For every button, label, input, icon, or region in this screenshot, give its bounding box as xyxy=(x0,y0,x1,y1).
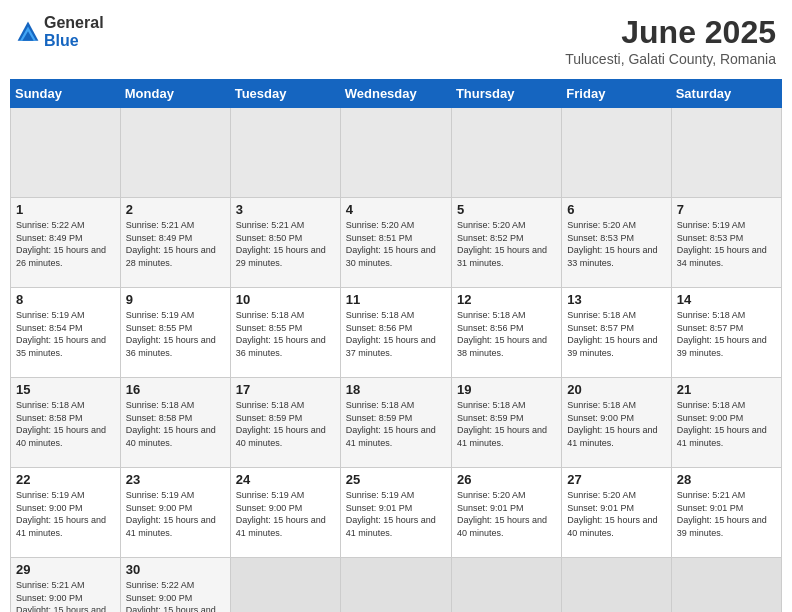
day-info: Sunrise: 5:18 AMSunset: 8:57 PMDaylight:… xyxy=(567,309,665,359)
day-number: 4 xyxy=(346,202,446,217)
week-row-5: 29Sunrise: 5:21 AMSunset: 9:00 PMDayligh… xyxy=(11,558,782,613)
weekday-header-sunday: Sunday xyxy=(11,80,121,108)
title-section: June 2025 Tulucesti, Galati County, Roma… xyxy=(565,14,776,67)
calendar-cell: 17Sunrise: 5:18 AMSunset: 8:59 PMDayligh… xyxy=(230,378,340,468)
day-info: Sunrise: 5:18 AMSunset: 8:59 PMDaylight:… xyxy=(457,399,556,449)
day-info: Sunrise: 5:21 AMSunset: 8:49 PMDaylight:… xyxy=(126,219,225,269)
day-number: 8 xyxy=(16,292,115,307)
day-info: Sunrise: 5:21 AMSunset: 8:50 PMDaylight:… xyxy=(236,219,335,269)
calendar-table: SundayMondayTuesdayWednesdayThursdayFrid… xyxy=(10,79,782,612)
calendar-cell: 1Sunrise: 5:22 AMSunset: 8:49 PMDaylight… xyxy=(11,198,121,288)
calendar-cell: 25Sunrise: 5:19 AMSunset: 9:01 PMDayligh… xyxy=(340,468,451,558)
day-info: Sunrise: 5:18 AMSunset: 8:56 PMDaylight:… xyxy=(346,309,446,359)
page-container: General Blue June 2025 Tulucesti, Galati… xyxy=(10,10,782,612)
calendar-cell: 21Sunrise: 5:18 AMSunset: 9:00 PMDayligh… xyxy=(671,378,781,468)
day-info: Sunrise: 5:18 AMSunset: 9:00 PMDaylight:… xyxy=(677,399,776,449)
day-number: 29 xyxy=(16,562,115,577)
day-number: 2 xyxy=(126,202,225,217)
day-number: 28 xyxy=(677,472,776,487)
calendar-cell xyxy=(11,108,121,198)
day-number: 1 xyxy=(16,202,115,217)
calendar-cell: 28Sunrise: 5:21 AMSunset: 9:01 PMDayligh… xyxy=(671,468,781,558)
calendar-cell: 16Sunrise: 5:18 AMSunset: 8:58 PMDayligh… xyxy=(120,378,230,468)
calendar-cell: 5Sunrise: 5:20 AMSunset: 8:52 PMDaylight… xyxy=(451,198,561,288)
calendar-cell: 14Sunrise: 5:18 AMSunset: 8:57 PMDayligh… xyxy=(671,288,781,378)
calendar-cell: 20Sunrise: 5:18 AMSunset: 9:00 PMDayligh… xyxy=(562,378,671,468)
calendar-cell xyxy=(340,108,451,198)
day-number: 26 xyxy=(457,472,556,487)
day-info: Sunrise: 5:18 AMSunset: 8:59 PMDaylight:… xyxy=(346,399,446,449)
day-info: Sunrise: 5:20 AMSunset: 8:52 PMDaylight:… xyxy=(457,219,556,269)
calendar-cell: 18Sunrise: 5:18 AMSunset: 8:59 PMDayligh… xyxy=(340,378,451,468)
day-info: Sunrise: 5:22 AMSunset: 9:00 PMDaylight:… xyxy=(126,579,225,612)
calendar-cell xyxy=(340,558,451,613)
week-row-3: 15Sunrise: 5:18 AMSunset: 8:58 PMDayligh… xyxy=(11,378,782,468)
day-info: Sunrise: 5:19 AMSunset: 9:00 PMDaylight:… xyxy=(16,489,115,539)
day-info: Sunrise: 5:18 AMSunset: 8:56 PMDaylight:… xyxy=(457,309,556,359)
day-info: Sunrise: 5:19 AMSunset: 8:53 PMDaylight:… xyxy=(677,219,776,269)
day-number: 9 xyxy=(126,292,225,307)
day-number: 15 xyxy=(16,382,115,397)
day-number: 18 xyxy=(346,382,446,397)
day-info: Sunrise: 5:20 AMSunset: 8:51 PMDaylight:… xyxy=(346,219,446,269)
day-number: 17 xyxy=(236,382,335,397)
day-number: 13 xyxy=(567,292,665,307)
day-number: 3 xyxy=(236,202,335,217)
day-number: 22 xyxy=(16,472,115,487)
day-info: Sunrise: 5:18 AMSunset: 8:57 PMDaylight:… xyxy=(677,309,776,359)
calendar-cell xyxy=(451,558,561,613)
day-info: Sunrise: 5:19 AMSunset: 8:55 PMDaylight:… xyxy=(126,309,225,359)
week-row-1: 1Sunrise: 5:22 AMSunset: 8:49 PMDaylight… xyxy=(11,198,782,288)
day-number: 25 xyxy=(346,472,446,487)
day-number: 14 xyxy=(677,292,776,307)
day-number: 23 xyxy=(126,472,225,487)
weekday-header-wednesday: Wednesday xyxy=(340,80,451,108)
calendar-cell: 11Sunrise: 5:18 AMSunset: 8:56 PMDayligh… xyxy=(340,288,451,378)
calendar-cell: 10Sunrise: 5:18 AMSunset: 8:55 PMDayligh… xyxy=(230,288,340,378)
day-number: 16 xyxy=(126,382,225,397)
weekday-header-tuesday: Tuesday xyxy=(230,80,340,108)
day-info: Sunrise: 5:18 AMSunset: 9:00 PMDaylight:… xyxy=(567,399,665,449)
day-number: 30 xyxy=(126,562,225,577)
weekday-header-row: SundayMondayTuesdayWednesdayThursdayFrid… xyxy=(11,80,782,108)
weekday-header-thursday: Thursday xyxy=(451,80,561,108)
day-number: 27 xyxy=(567,472,665,487)
calendar-cell: 7Sunrise: 5:19 AMSunset: 8:53 PMDaylight… xyxy=(671,198,781,288)
calendar-cell xyxy=(230,108,340,198)
calendar-cell: 29Sunrise: 5:21 AMSunset: 9:00 PMDayligh… xyxy=(11,558,121,613)
day-info: Sunrise: 5:22 AMSunset: 8:49 PMDaylight:… xyxy=(16,219,115,269)
calendar-cell: 27Sunrise: 5:20 AMSunset: 9:01 PMDayligh… xyxy=(562,468,671,558)
weekday-header-friday: Friday xyxy=(562,80,671,108)
header: General Blue June 2025 Tulucesti, Galati… xyxy=(10,10,782,71)
day-info: Sunrise: 5:18 AMSunset: 8:55 PMDaylight:… xyxy=(236,309,335,359)
calendar-cell: 15Sunrise: 5:18 AMSunset: 8:58 PMDayligh… xyxy=(11,378,121,468)
calendar-cell: 13Sunrise: 5:18 AMSunset: 8:57 PMDayligh… xyxy=(562,288,671,378)
location-title: Tulucesti, Galati County, Romania xyxy=(565,51,776,67)
day-number: 5 xyxy=(457,202,556,217)
day-number: 19 xyxy=(457,382,556,397)
calendar-cell: 22Sunrise: 5:19 AMSunset: 9:00 PMDayligh… xyxy=(11,468,121,558)
day-info: Sunrise: 5:18 AMSunset: 8:58 PMDaylight:… xyxy=(126,399,225,449)
day-info: Sunrise: 5:19 AMSunset: 9:00 PMDaylight:… xyxy=(126,489,225,539)
week-row-2: 8Sunrise: 5:19 AMSunset: 8:54 PMDaylight… xyxy=(11,288,782,378)
calendar-cell: 4Sunrise: 5:20 AMSunset: 8:51 PMDaylight… xyxy=(340,198,451,288)
day-info: Sunrise: 5:18 AMSunset: 8:58 PMDaylight:… xyxy=(16,399,115,449)
calendar-cell: 2Sunrise: 5:21 AMSunset: 8:49 PMDaylight… xyxy=(120,198,230,288)
calendar-cell: 19Sunrise: 5:18 AMSunset: 8:59 PMDayligh… xyxy=(451,378,561,468)
day-number: 21 xyxy=(677,382,776,397)
day-info: Sunrise: 5:19 AMSunset: 8:54 PMDaylight:… xyxy=(16,309,115,359)
logo-general-text: General xyxy=(44,14,104,32)
calendar-cell: 9Sunrise: 5:19 AMSunset: 8:55 PMDaylight… xyxy=(120,288,230,378)
day-number: 10 xyxy=(236,292,335,307)
calendar-cell: 3Sunrise: 5:21 AMSunset: 8:50 PMDaylight… xyxy=(230,198,340,288)
calendar-cell xyxy=(562,558,671,613)
day-info: Sunrise: 5:21 AMSunset: 9:00 PMDaylight:… xyxy=(16,579,115,612)
calendar-cell: 23Sunrise: 5:19 AMSunset: 9:00 PMDayligh… xyxy=(120,468,230,558)
day-info: Sunrise: 5:20 AMSunset: 9:01 PMDaylight:… xyxy=(457,489,556,539)
day-info: Sunrise: 5:19 AMSunset: 9:01 PMDaylight:… xyxy=(346,489,446,539)
day-number: 20 xyxy=(567,382,665,397)
day-info: Sunrise: 5:20 AMSunset: 9:01 PMDaylight:… xyxy=(567,489,665,539)
day-number: 11 xyxy=(346,292,446,307)
calendar-cell: 12Sunrise: 5:18 AMSunset: 8:56 PMDayligh… xyxy=(451,288,561,378)
logo-icon xyxy=(16,20,40,44)
